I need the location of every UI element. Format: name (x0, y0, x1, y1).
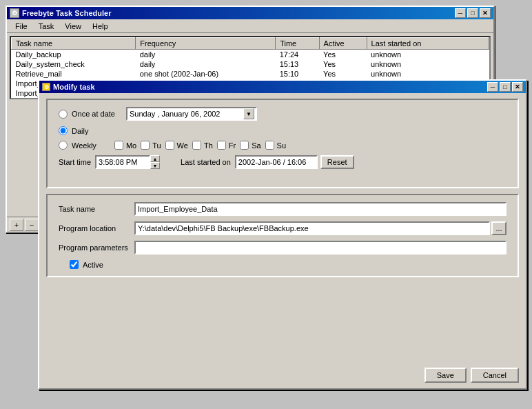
program-location-input[interactable] (134, 221, 490, 235)
last-started-input[interactable] (235, 155, 318, 169)
day-checkbox-sa[interactable] (240, 141, 249, 150)
weekly-label: Weekly (72, 141, 96, 150)
modify-task-dialog: ⚙ Modify task ─ □ ✕ Once at date Sunday … (38, 79, 527, 390)
modal-title-bar: ⚙ Modify task ─ □ ✕ (39, 81, 526, 93)
start-time-row: Start time ▲ ▼ Last started on Reset (59, 155, 507, 169)
once-label: Once at date (72, 110, 115, 118)
date-dropdown[interactable]: Sunday , January 06, 2002 ▼ (126, 107, 257, 121)
save-button[interactable]: Save (424, 368, 467, 383)
program-params-row: Program parameters (59, 241, 507, 255)
modal-maximize-button[interactable]: □ (500, 82, 511, 92)
time-spinner: ▲ ▼ (95, 155, 160, 169)
daily-radio[interactable] (59, 126, 68, 135)
modal-icon: ⚙ (42, 83, 50, 91)
modal-title-buttons: ─ □ ✕ (487, 82, 523, 92)
date-value: Sunday , January 06, 2002 (130, 110, 220, 118)
once-radio[interactable] (59, 110, 68, 119)
task-name-label: Task name (59, 205, 134, 213)
day-checkbox-fr[interactable] (217, 141, 226, 150)
weekly-row: Weekly MoTuWeThFrSaSu (59, 141, 507, 150)
modal-overlay: ⚙ Modify task ─ □ ✕ Once at date Sunday … (0, 0, 532, 409)
modal-minimize-button[interactable]: ─ (487, 82, 498, 92)
dropdown-arrow-icon[interactable]: ▼ (243, 108, 254, 119)
day-label-fr: Fr (229, 141, 236, 150)
browse-button[interactable]: ... (491, 221, 507, 235)
once-at-date-row: Once at date Sunday , January 06, 2002 ▼ (59, 107, 507, 121)
task-name-input[interactable] (134, 202, 507, 216)
program-location-label: Program location (59, 224, 134, 232)
day-label-su: Su (277, 141, 286, 150)
detail-panel: Task name Program location ... Program p… (46, 194, 519, 277)
program-location-row: Program location ... (59, 221, 507, 235)
days-container: MoTuWeThFrSaSu (114, 141, 290, 150)
day-label-mo: Mo (126, 141, 136, 150)
last-started-label: Last started on (181, 158, 231, 166)
start-time-input[interactable] (95, 155, 150, 169)
program-params-label: Program parameters (59, 243, 134, 252)
spinner-buttons: ▲ ▼ (150, 155, 160, 169)
day-label-we: We (177, 141, 188, 150)
day-checkbox-th[interactable] (192, 141, 201, 150)
reset-button[interactable]: Reset (320, 155, 354, 169)
modal-footer: Save Cancel (424, 368, 519, 383)
day-label-sa: Sa (252, 141, 260, 150)
daily-row: Daily (59, 126, 507, 135)
day-checkbox-su[interactable] (265, 141, 274, 150)
active-row: Active (70, 260, 507, 269)
modal-title: Modify task (53, 83, 95, 91)
start-time-label: Start time (59, 158, 91, 166)
modal-close-button[interactable]: ✕ (512, 82, 523, 92)
task-name-row: Task name (59, 202, 507, 216)
active-label: Active (83, 261, 103, 269)
day-label-th: Th (204, 141, 213, 150)
day-checkbox-tu[interactable] (141, 141, 150, 150)
schedule-panel: Once at date Sunday , January 06, 2002 ▼… (46, 99, 519, 188)
day-checkbox-mo[interactable] (114, 141, 123, 150)
active-checkbox[interactable] (70, 260, 79, 269)
cancel-button[interactable]: Cancel (471, 368, 519, 383)
program-params-input[interactable] (134, 241, 507, 255)
spin-down-button[interactable]: ▼ (150, 162, 160, 169)
spin-up-button[interactable]: ▲ (150, 155, 160, 162)
day-label-tu: Tu (152, 141, 161, 150)
day-checkbox-we[interactable] (165, 141, 174, 150)
daily-label: Daily (72, 127, 88, 135)
weekly-radio[interactable] (59, 141, 68, 150)
